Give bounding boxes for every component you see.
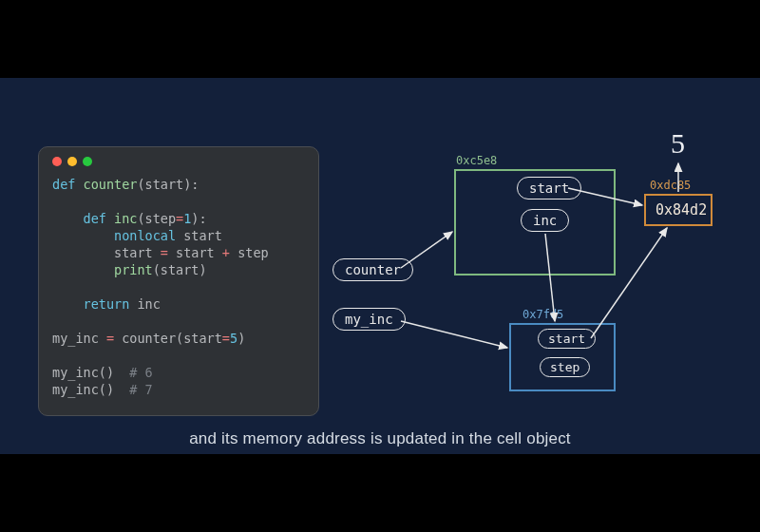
addr-outer: 0xc5e8 xyxy=(456,154,497,167)
maximize-icon xyxy=(83,157,92,166)
code-text: my_inc() xyxy=(52,365,129,380)
code-text: (start) xyxy=(153,262,207,277)
keyword-return: return xyxy=(84,296,130,312)
code-text: my_inc() xyxy=(52,382,129,397)
num-5: 5 xyxy=(230,331,238,346)
var-start-outer: start xyxy=(517,177,581,200)
op-eq: = xyxy=(106,331,114,346)
memory-diagram: counter my_inc 0xc5e8 start inc 0x7fd5 s… xyxy=(332,135,741,439)
code-block: def counter(start): def inc(step=1): non… xyxy=(52,176,305,398)
keyword-nonlocal: nonlocal xyxy=(114,228,176,243)
var-start-inner: start xyxy=(538,329,596,349)
keyword-def: def xyxy=(52,177,75,192)
letterbox-bottom xyxy=(0,454,760,532)
minimize-icon xyxy=(67,157,77,166)
code-text: (start): xyxy=(137,177,199,192)
code-text: inc xyxy=(129,296,161,312)
code-text: ): xyxy=(191,211,206,226)
code-text: start xyxy=(168,245,222,260)
op-plus: + xyxy=(222,245,230,260)
addr-inner: 0x7fd5 xyxy=(522,308,563,321)
code-editor: def counter(start): def inc(step=1): non… xyxy=(38,146,319,416)
window-controls xyxy=(52,157,305,166)
cell-object: 0x84d2 xyxy=(644,194,712,226)
subtitle-caption: and its memory address is updated in the… xyxy=(0,429,760,448)
op-eq: = xyxy=(161,245,168,260)
letterbox-top xyxy=(0,0,760,78)
svg-line-1 xyxy=(401,321,507,348)
keyword-def: def xyxy=(84,211,106,226)
code-text: my_inc xyxy=(52,331,106,346)
var-inc: inc xyxy=(521,209,569,232)
var-step-inner: step xyxy=(540,357,590,377)
code-text: (step xyxy=(137,211,176,226)
code-text: ) xyxy=(238,331,245,346)
code-text: start xyxy=(114,245,161,260)
fn-print: print xyxy=(114,262,153,277)
addr-cell: 0xdc85 xyxy=(650,179,691,192)
name-counter: counter xyxy=(332,258,413,281)
comment: # 7 xyxy=(129,382,152,397)
fn-counter: counter xyxy=(84,177,138,192)
op-eq: = xyxy=(176,211,183,226)
video-frame: def counter(start): def inc(step=1): non… xyxy=(0,78,760,454)
code-text: step xyxy=(230,245,269,260)
fn-inc: inc xyxy=(114,211,137,226)
code-text: counter(start xyxy=(114,331,222,346)
code-text: start xyxy=(176,228,222,243)
close-icon xyxy=(52,157,62,166)
output-value: 5 xyxy=(671,127,685,160)
name-my-inc: my_inc xyxy=(332,308,406,331)
op-eq: = xyxy=(222,331,230,346)
comment: # 6 xyxy=(129,365,152,380)
